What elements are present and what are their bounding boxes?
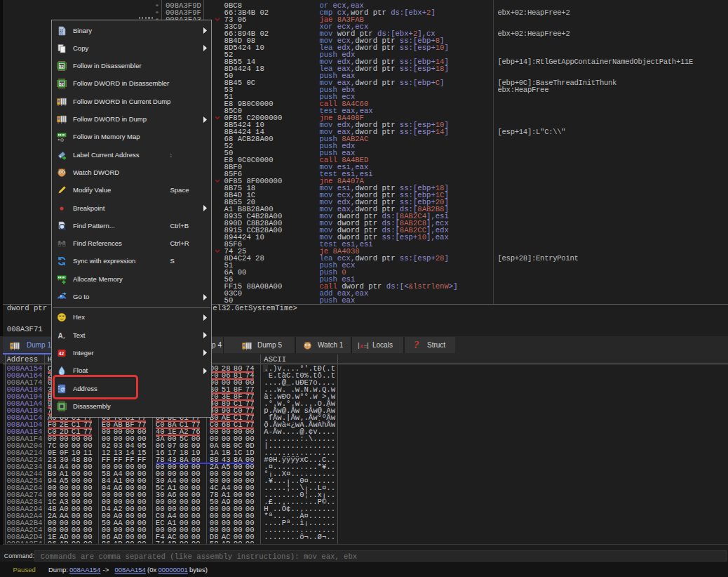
svg-text:=: = [364, 343, 368, 350]
svg-text:01: 01 [60, 31, 64, 34]
svg-text:42: 42 [59, 351, 65, 356]
svg-text:z: z [63, 336, 65, 340]
svg-text:A: A [58, 331, 63, 339]
svg-text:32: 32 [60, 82, 64, 86]
svg-text:32: 32 [60, 65, 64, 69]
svg-text:?: ? [414, 339, 419, 350]
